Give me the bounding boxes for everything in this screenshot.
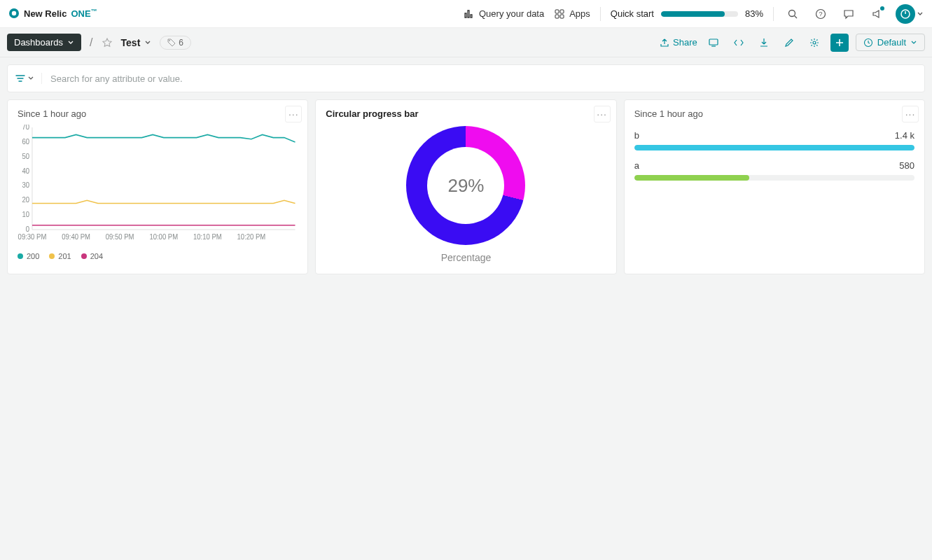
donut-chart: 29% [406, 126, 525, 245]
dashboards-label: Dashboards [14, 37, 63, 48]
chevron-down-icon [27, 75, 34, 82]
svg-text:60: 60 [22, 138, 30, 146]
svg-text:09:50 PM: 09:50 PM [106, 233, 134, 241]
quickstart-progress[interactable]: Quick start 83% [611, 8, 763, 19]
download-button[interactable] [755, 34, 773, 52]
apps-link[interactable]: Apps [554, 8, 590, 20]
svg-text:10:10 PM: 10:10 PM [193, 233, 222, 241]
query-label: Query your data [479, 8, 544, 19]
svg-text:50: 50 [22, 153, 30, 160]
svg-text:70: 70 [22, 125, 30, 131]
bar-track [634, 145, 914, 150]
tags-pill[interactable]: 6 [160, 36, 191, 50]
share-button[interactable]: Share [660, 37, 697, 48]
svg-rect-3 [560, 10, 564, 13]
tag-count: 6 [179, 38, 183, 48]
divider [600, 7, 601, 21]
chevron-down-icon [67, 39, 74, 46]
svg-text:09:30 PM: 09:30 PM [18, 233, 47, 241]
brand-logo[interactable]: New Relic ONE™ [8, 8, 97, 19]
brand-icon [8, 8, 20, 19]
dashboard-tab-test[interactable]: Test [121, 37, 152, 48]
line-chart-legend: 200201204 [18, 252, 298, 260]
legend-item[interactable]: 200 [18, 252, 39, 260]
clock-icon [863, 38, 873, 48]
bar-chart-title: Since 1 hour ago [634, 108, 914, 119]
tab-label: Test [121, 37, 141, 48]
favorite-star-button[interactable] [102, 37, 113, 48]
apps-icon [554, 8, 565, 20]
dashboards-dropdown[interactable]: Dashboards [7, 34, 81, 51]
help-icon[interactable]: ? [812, 5, 830, 23]
top-bar: New Relic ONE™ Query your data Apps Quic… [0, 0, 932, 28]
apps-label: Apps [569, 8, 590, 19]
bar-label: b [634, 130, 639, 141]
legend-item[interactable]: 201 [49, 252, 71, 260]
bar-label: a [634, 160, 639, 171]
share-icon [660, 38, 669, 48]
svg-text:10:00 PM: 10:00 PM [149, 233, 178, 241]
feedback-icon[interactable] [840, 5, 858, 23]
svg-line-7 [795, 15, 798, 18]
time-range-picker[interactable]: Default [856, 34, 925, 51]
card-menu-button[interactable]: ··· [902, 106, 919, 122]
search-input[interactable] [50, 74, 917, 84]
svg-point-1 [12, 11, 16, 15]
settings-button[interactable] [805, 34, 823, 52]
breadcrumb-separator: / [90, 36, 92, 49]
line-chart: 01020304050607009:30 PM09:40 PM09:50 PM1… [18, 125, 298, 246]
search-icon[interactable] [784, 5, 802, 23]
legend-label: 200 [27, 252, 39, 260]
donut-sublabel: Percentage [441, 252, 492, 263]
add-chart-button[interactable] [830, 34, 849, 52]
quickstart-pct: 83% [745, 8, 763, 19]
announcements-icon[interactable] [868, 5, 886, 23]
brand-product: ONE [71, 9, 90, 20]
svg-text:40: 40 [22, 167, 30, 174]
legend-item[interactable]: 204 [81, 252, 103, 260]
svg-point-6 [789, 10, 795, 16]
svg-rect-5 [560, 15, 564, 18]
quickstart-label: Quick start [611, 8, 654, 19]
svg-text:10: 10 [22, 211, 30, 218]
svg-text:30: 30 [22, 181, 30, 189]
edit-button[interactable] [780, 34, 798, 52]
legend-dot-icon [18, 253, 23, 259]
bar-track [634, 175, 914, 181]
donut-title: Circular progress bar [326, 108, 606, 119]
legend-dot-icon [49, 253, 55, 259]
line-chart-title: Since 1 hour ago [18, 108, 298, 119]
svg-text:?: ? [819, 10, 822, 18]
svg-rect-2 [555, 10, 559, 13]
query-your-data-link[interactable]: Query your data [464, 8, 544, 20]
bar-value: 580 [899, 160, 914, 171]
notification-dot [880, 6, 884, 10]
card-menu-button[interactable]: ··· [594, 106, 611, 122]
legend-dot-icon [81, 253, 87, 259]
cards-grid: ··· Since 1 hour ago 01020304050607009:3… [0, 99, 932, 281]
bar-list: b1.4 k a580 [634, 130, 914, 181]
card-menu-button[interactable]: ··· [285, 106, 302, 122]
legend-label: 204 [90, 252, 103, 260]
bar-row: a580 [634, 160, 914, 181]
tv-mode-button[interactable] [704, 34, 723, 52]
filter-bar [7, 64, 925, 92]
donut-card: ··· Circular progress bar 29% Percentage [315, 99, 616, 274]
user-menu[interactable] [896, 4, 924, 24]
svg-text:10:20 PM: 10:20 PM [237, 233, 266, 241]
filter-icon [15, 73, 26, 84]
code-button[interactable] [730, 34, 748, 52]
share-label: Share [673, 37, 697, 48]
quickstart-bar [661, 11, 738, 17]
range-label: Default [877, 37, 906, 48]
bar-row: b1.4 k [634, 130, 914, 150]
bar-chart-icon [464, 8, 475, 20]
tag-icon [167, 38, 176, 47]
avatar-icon [896, 4, 915, 24]
chevron-down-icon [917, 10, 924, 18]
filter-button[interactable] [15, 73, 42, 84]
brand-tm: ™ [91, 8, 97, 15]
toolbar-actions: Share Default [660, 34, 925, 52]
chevron-down-icon [144, 39, 151, 46]
svg-point-15 [813, 41, 816, 44]
